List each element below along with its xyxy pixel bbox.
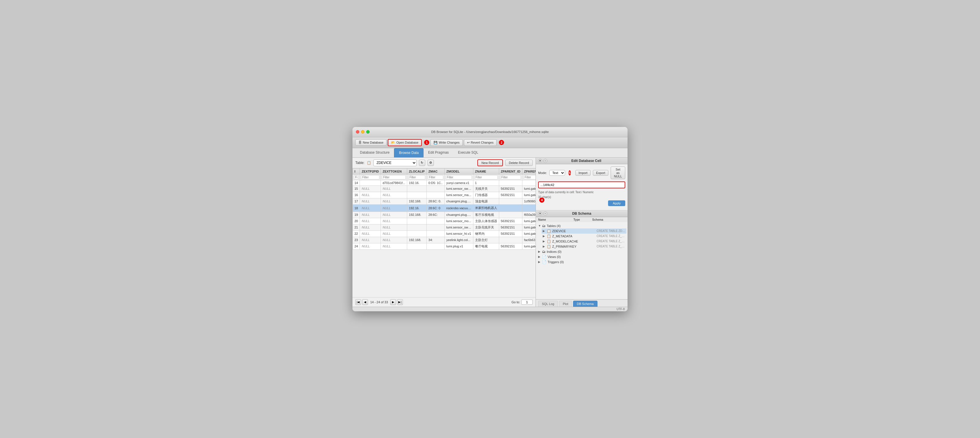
schema-tree-z-metadata[interactable]: ▶ 📋 Z_METADATA CREATE TABLE Z_META... [542,234,627,239]
table-cell[interactable] [499,212,522,218]
table-cell[interactable]: rockrobo.vacuu...3 [444,204,473,212]
table-cell[interactable]: fac6b6310cf05... [522,237,536,243]
table-cell[interactable]: 15 [353,185,360,192]
export-button[interactable]: Export [593,170,608,176]
table-cell[interactable] [407,192,427,198]
table-cell[interactable] [407,218,427,224]
table-cell[interactable] [427,224,445,231]
table-cell[interactable] [499,204,522,212]
table-cell[interactable]: 192.16. [407,180,427,185]
table-cell[interactable]: 客厅乐视电视 [473,212,499,218]
table-cell[interactable]: NULL [381,231,407,237]
edit-cell-close[interactable]: ✕ [538,159,542,163]
table-cell[interactable]: lumi.gateway.v3 [522,243,536,249]
table-cell[interactable]: NULL [360,231,381,237]
edit-cell-collapse[interactable]: − [543,159,547,163]
table-cell[interactable]: 56392151 [499,192,522,198]
tab-sql-log[interactable]: SQL Log [538,301,558,307]
table-row[interactable]: 18NULLNULL192.16.28:6C: 0rockrobo.vacuu.… [353,204,536,212]
table-cell[interactable]: NULL [381,192,407,198]
table-cell[interactable] [407,224,427,231]
table-cell[interactable]: 28:6C: 0 [427,204,445,212]
filter-zexttoken[interactable] [382,175,406,180]
filter-zparent-model[interactable] [523,175,536,180]
table-cell[interactable]: NULL [360,192,381,198]
table-row[interactable]: 20NULLNULLlumi.sensor_mo...主卧人体传感器563921… [353,218,536,224]
table-cell[interactable]: 14 [353,180,360,185]
filter-zextp2pid[interactable] [361,175,379,180]
table-cell[interactable]: NULL [360,185,381,192]
table-cell[interactable]: NULL [381,224,407,231]
table-cell[interactable]: 21 [353,224,360,231]
schema-tree-views-group[interactable]: ▶ 📄 Views (0) [537,254,627,260]
maximize-button[interactable] [366,130,370,134]
write-changes-button[interactable]: 💾 Write Changes [430,139,463,146]
schema-tree-triggers-group[interactable]: ▶ 📄 Triggers (0) [537,260,627,264]
table-cell[interactable]: 192.168. [407,237,427,243]
table-cell[interactable]: lumi.gateway.v3 [522,218,536,224]
table-cell[interactable]: 1 [473,180,499,185]
table-cell[interactable]: 17 [353,198,360,204]
import-button[interactable]: Import [575,170,590,176]
table-cell[interactable]: yeelink.light.col... [444,237,473,243]
table-row[interactable]: 14d701cd79841f...192.16.0:D5: 1C..yunyi.… [353,180,536,185]
table-cell[interactable]: 56392151 [499,243,522,249]
table-cell[interactable]: 主卧主灯 [473,237,499,243]
mode-select[interactable]: Text [549,170,565,176]
table-cell[interactable] [360,180,381,185]
table-cell[interactable]: NULL [360,237,381,243]
table-cell[interactable]: 28:6C: 0. [427,198,445,204]
table-cell[interactable]: lumi.sensor_ht.v1 [444,231,473,237]
table-cell[interactable] [522,204,536,212]
set-null-button[interactable]: Set as NULL [611,167,625,179]
filter-i[interactable] [354,175,358,180]
filter-zname[interactable] [474,175,498,180]
table-cell[interactable] [499,180,522,185]
table-cell[interactable]: NULL [381,243,407,249]
next-page-button[interactable]: ▶ [390,299,396,305]
table-row[interactable]: 24NULLNULLlumi.plug.v1餐厅电视56392151lumi.g… [353,243,536,249]
table-cell[interactable]: chuangmi.plug.m1 [444,198,473,204]
table-cell[interactable] [499,237,522,243]
table-cell[interactable]: lumi.gateway.v3 [522,192,536,198]
tab-database-structure[interactable]: Database Structure [355,148,394,158]
table-cell[interactable]: NULL [360,218,381,224]
cell-value-input[interactable] [538,182,625,188]
schema-tree-tables-group[interactable]: ▼ 🗂 Tables (4) [537,223,627,228]
last-page-button[interactable]: ▶| [397,299,403,305]
filter-zparent-id[interactable] [500,175,521,180]
table-cell[interactable]: chuangmi.plug.m1 [444,212,473,218]
table-cell[interactable]: 28:6C: [427,212,445,218]
filter-button[interactable]: ⚙ [428,160,434,166]
table-cell[interactable]: 顶盒电源 [473,198,499,204]
col-header-zmodel[interactable]: ZMODEL [444,168,473,174]
table-cell[interactable]: lumi.plug.v1 [444,243,473,249]
table-cell[interactable]: NULL [381,218,407,224]
table-cell[interactable]: 无线开关 [473,185,499,192]
table-cell[interactable]: 192.16. [407,204,427,212]
table-cell[interactable]: 56392151 [499,218,522,224]
filter-zmodel[interactable] [446,175,472,180]
refresh-button[interactable]: ↻ [419,160,425,166]
schema-tree-z-modelcache[interactable]: ▶ 📋 Z_MODELCACHE CREATE TABLE Z_MOD... [542,239,627,244]
col-header-i[interactable]: I [353,168,360,174]
table-cell[interactable]: lumi.gateway.v3 [522,185,536,192]
close-button[interactable] [356,130,360,134]
col-header-zmac[interactable]: ZMAC [427,168,445,174]
table-cell[interactable]: NULL [381,185,407,192]
first-page-button[interactable]: |◀ [355,299,361,305]
tab-execute-sql[interactable]: Execute SQL [453,148,483,158]
revert-changes-button[interactable]: ↩ Revert Changes [464,139,497,146]
minimize-button[interactable] [361,130,364,134]
table-cell[interactable]: lumi.sensor_swi... [444,224,473,231]
table-cell[interactable]: NULL [360,204,381,212]
table-cell[interactable]: 门传感器 [473,192,499,198]
table-cell[interactable]: lumi.gateway.v3 [522,231,536,237]
table-cell[interactable]: 16 [353,192,360,198]
table-cell[interactable]: yunyi.camera.v1 [444,180,473,185]
table-cell[interactable]: lumi.sensor_ma... [444,192,473,198]
table-cell[interactable]: 34: [427,237,445,243]
table-cell[interactable]: 主卧人体传感器 [473,218,499,224]
table-cell[interactable]: 56392151 [499,185,522,192]
table-cell[interactable] [407,231,427,237]
